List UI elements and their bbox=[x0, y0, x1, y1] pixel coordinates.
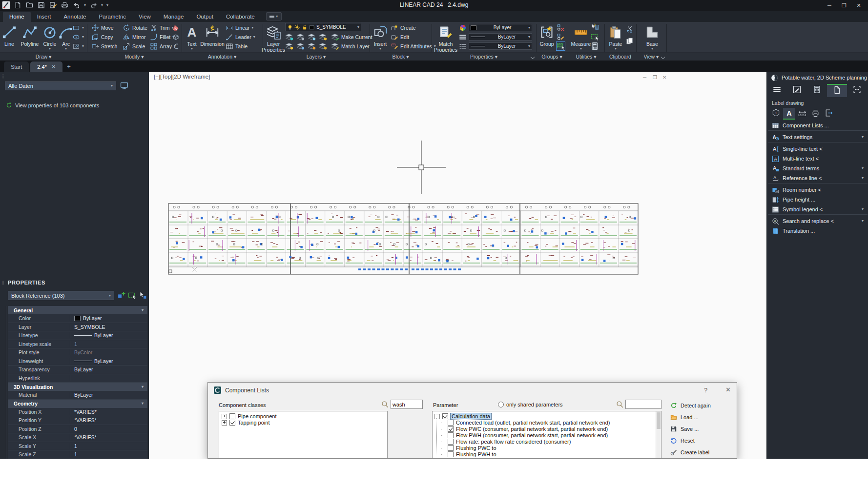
panel-item-component-lists[interactable]: Component Lists ... bbox=[767, 121, 868, 130]
panel-item-symbol-legend[interactable]: Symbol legend <▾ bbox=[767, 204, 868, 214]
parameter-scrollbar[interactable] bbox=[656, 411, 661, 459]
property-row[interactable]: LayerS_SYMBOLE bbox=[8, 323, 147, 332]
ribbon-group-label-layers[interactable]: Layers ▾ bbox=[263, 54, 370, 60]
qat-customize-caret[interactable]: ▾ bbox=[106, 3, 108, 7]
param-tree-item[interactable]: Flow PWH (consumer, partial network star… bbox=[441, 432, 608, 438]
annotation-table-button[interactable]: Table bbox=[226, 42, 248, 50]
join-tool[interactable] bbox=[172, 42, 180, 50]
param-tree-item[interactable]: Connected load (outlet, partial network … bbox=[441, 420, 610, 426]
property-row[interactable]: Plot styleByColor bbox=[8, 348, 147, 357]
quick-calculator-button[interactable] bbox=[591, 42, 599, 50]
modify-trim-button[interactable]: Trim▾ bbox=[150, 23, 174, 32]
match-properties-button[interactable]: Match Properties bbox=[434, 23, 457, 53]
properties-palette-grip[interactable]: ⣿ bbox=[1, 282, 5, 284]
minimize-icon[interactable]: ─ bbox=[822, 0, 837, 11]
panel-display-icon[interactable] bbox=[120, 81, 128, 92]
param-tree-item[interactable]: Flow rate: peak flow rate considered (co… bbox=[441, 439, 571, 445]
menu-tab-home[interactable]: Home bbox=[3, 12, 31, 22]
menu-tab-view[interactable]: View bbox=[132, 12, 157, 22]
property-row[interactable]: MaterialByLayer bbox=[8, 391, 147, 400]
menu-tab-parametric[interactable]: Parametric bbox=[93, 12, 133, 22]
checkbox[interactable] bbox=[448, 432, 454, 438]
ribbon-group-label-groups[interactable]: Groups ▾ bbox=[536, 54, 568, 60]
checkbox[interactable] bbox=[229, 413, 235, 419]
linetype-icon[interactable] bbox=[459, 42, 467, 50]
layer-state-icon-3[interactable] bbox=[319, 33, 327, 41]
layer-state-icon-4[interactable] bbox=[285, 42, 293, 50]
modify-move-button[interactable]: Move bbox=[91, 23, 114, 32]
undo-menu-caret[interactable]: ▾ bbox=[84, 3, 86, 7]
annotation-leader-button[interactable]: Leader▾ bbox=[226, 33, 255, 41]
undo-icon[interactable] bbox=[72, 1, 81, 9]
layer-state-icon-6[interactable] bbox=[308, 42, 316, 50]
text-button[interactable]: AText▾ bbox=[185, 23, 199, 51]
property-row[interactable]: Hyperlink bbox=[8, 374, 147, 383]
base-view-button[interactable]: Base▾ bbox=[642, 23, 662, 51]
action-reset[interactable]: Reset bbox=[670, 437, 695, 444]
maximize-icon[interactable]: ❐ bbox=[837, 0, 851, 11]
copy-clip-button[interactable] bbox=[626, 37, 634, 45]
dialog-help-icon[interactable]: ? bbox=[704, 386, 707, 394]
param-search-input[interactable] bbox=[625, 400, 661, 409]
lineweight-icon[interactable] bbox=[459, 33, 467, 41]
ribbon-group-label-block[interactable]: Block ▾ bbox=[370, 54, 432, 60]
property-row[interactable]: Scale Y1 bbox=[8, 442, 147, 451]
property-row[interactable]: Position Z0 bbox=[8, 425, 147, 434]
action-detect-again[interactable]: Detect again bbox=[670, 402, 711, 409]
lineweight-dropdown[interactable]: ByLayer▾ bbox=[469, 33, 532, 41]
layer-state-icon-2[interactable] bbox=[308, 33, 316, 41]
panel-item-room-number[interactable]: Room number < bbox=[767, 185, 868, 195]
checkbox[interactable] bbox=[448, 445, 454, 451]
modify-rotate-button[interactable]: Rotate bbox=[123, 23, 147, 32]
panel-item-multi-line-text[interactable]: AMulti-line text < bbox=[767, 154, 868, 163]
rectangle-tool[interactable]: ▾ bbox=[72, 23, 84, 32]
tab-close-icon[interactable]: ✕ bbox=[52, 64, 56, 69]
menu-tab-output[interactable]: Output bbox=[190, 12, 220, 22]
group-button[interactable]: Group bbox=[538, 23, 556, 47]
menu-tab-manage[interactable]: Manage bbox=[157, 12, 190, 22]
panel-item-text-settings[interactable]: AText settings▾ bbox=[767, 132, 868, 142]
panel-item-search-and-replace[interactable]: aSearch and replace <▾ bbox=[767, 216, 868, 226]
ungroup-button[interactable] bbox=[557, 23, 565, 32]
property-row[interactable]: LinetypeByLayer bbox=[8, 331, 147, 340]
quick-select-button[interactable] bbox=[591, 23, 599, 32]
shared-params-option[interactable]: only shared parameters bbox=[498, 402, 563, 407]
action-load[interactable]: Load ... bbox=[670, 414, 699, 421]
property-row[interactable]: Position Y*VARIES* bbox=[8, 416, 147, 425]
plot-icon[interactable] bbox=[61, 1, 69, 9]
property-row[interactable]: Scale Z1 bbox=[8, 450, 147, 459]
ribbon-group-label-clipboard[interactable]: Clipboard bbox=[604, 54, 636, 60]
explode-tool[interactable] bbox=[172, 33, 180, 41]
classes-search-input[interactable] bbox=[391, 400, 423, 409]
property-row[interactable]: Scale X*VARIES* bbox=[8, 433, 147, 442]
ribbon-group-label-draw[interactable]: Draw ▾ bbox=[0, 54, 87, 60]
layer-properties-button[interactable]: Layer Properties bbox=[264, 23, 283, 53]
print-tools-icon[interactable] bbox=[809, 108, 822, 120]
linetype-dropdown[interactable]: ByLayer▾ bbox=[469, 42, 532, 50]
select-objects-button[interactable] bbox=[591, 33, 599, 41]
menu-tab-collaborate[interactable]: Collaborate bbox=[220, 12, 261, 22]
data-filter-dropdown[interactable]: Alle Daten ▾ bbox=[5, 81, 116, 90]
menu-tab-insert[interactable]: Insert bbox=[31, 12, 58, 22]
section-header-3d-visualization[interactable]: 3D Visualization▾ bbox=[8, 383, 147, 391]
ribbon-display-toggle[interactable]: ▾ bbox=[266, 12, 282, 20]
match-layer-button[interactable]: Match Layer bbox=[331, 42, 370, 50]
class-tree-item[interactable]: Pipe component bbox=[222, 413, 277, 419]
redo-menu-caret[interactable]: ▾ bbox=[101, 3, 103, 7]
ribbon-group-label-annotation[interactable]: Annotation ▾ bbox=[182, 54, 263, 60]
cut-button[interactable] bbox=[626, 25, 634, 33]
modify-copy-button[interactable]: Copy bbox=[91, 33, 113, 41]
component-classes-list[interactable]: Pipe componentTapping point bbox=[219, 411, 388, 459]
panel-item-translation[interactable]: Translation ... bbox=[767, 226, 868, 236]
param-tree-item[interactable]: Flow PWC (consumer, partial network star… bbox=[441, 426, 608, 432]
checkbox[interactable] bbox=[229, 420, 235, 426]
group-select-button[interactable] bbox=[557, 42, 565, 50]
draw-arc-button[interactable]: Arc▾ bbox=[60, 23, 72, 51]
menu-tab-annotate[interactable]: Annotate bbox=[57, 12, 92, 22]
modify-mirror-button[interactable]: Mirror bbox=[123, 33, 145, 41]
checkbox[interactable] bbox=[448, 451, 454, 457]
checkbox[interactable] bbox=[442, 413, 448, 419]
param-tree-item[interactable]: Flushing PWH to bbox=[441, 451, 496, 457]
expander-icon[interactable] bbox=[222, 420, 227, 426]
draw-circle-button[interactable]: Circle▾ bbox=[41, 23, 59, 51]
